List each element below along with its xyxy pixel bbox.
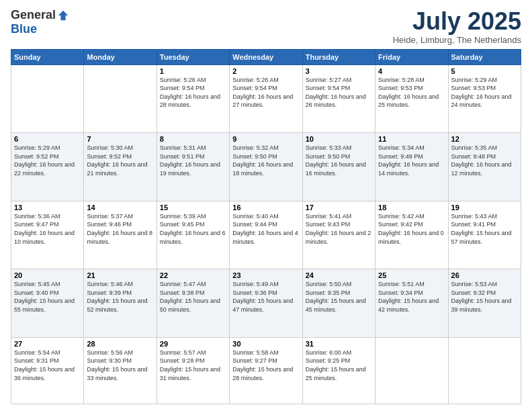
table-row: 30Sunrise: 5:58 AMSunset: 9:27 PMDayligh…: [230, 337, 302, 404]
table-row: 1Sunrise: 5:26 AMSunset: 9:54 PMDaylight…: [157, 64, 229, 133]
day-number: 17: [306, 203, 372, 212]
table-row: 8Sunrise: 5:31 AMSunset: 9:51 PMDaylight…: [157, 133, 229, 201]
day-number: 14: [87, 203, 153, 212]
day-info: Sunrise: 5:45 AMSunset: 9:40 PMDaylight:…: [14, 280, 81, 314]
day-number: 15: [160, 203, 226, 212]
col-sunday: Sunday: [11, 49, 84, 64]
logo-blue-text: Blue: [11, 22, 37, 36]
day-info: Sunrise: 5:47 AMSunset: 9:38 PMDaylight:…: [160, 280, 226, 314]
day-info: Sunrise: 5:43 AMSunset: 9:41 PMDaylight:…: [451, 212, 518, 246]
month-title: July 2025: [393, 8, 521, 35]
table-row: 4Sunrise: 5:28 AMSunset: 9:53 PMDaylight…: [375, 64, 448, 133]
calendar-week-row: 13Sunrise: 5:36 AMSunset: 9:47 PMDayligh…: [11, 201, 521, 269]
day-info: Sunrise: 5:36 AMSunset: 9:47 PMDaylight:…: [14, 212, 81, 246]
day-number: 31: [306, 340, 372, 348]
day-number: 3: [306, 67, 372, 75]
table-row: 31Sunrise: 6:00 AMSunset: 9:25 PMDayligh…: [302, 337, 375, 404]
day-info: Sunrise: 5:30 AMSunset: 9:52 PMDaylight:…: [87, 144, 153, 177]
table-row: 28Sunrise: 5:56 AMSunset: 9:30 PMDayligh…: [84, 337, 157, 404]
day-info: Sunrise: 5:32 AMSunset: 9:50 PMDaylight:…: [232, 144, 299, 177]
table-row: 17Sunrise: 5:41 AMSunset: 9:43 PMDayligh…: [302, 201, 375, 269]
col-friday: Friday: [375, 49, 448, 64]
table-row: 16Sunrise: 5:40 AMSunset: 9:44 PMDayligh…: [230, 201, 302, 269]
day-number: 8: [160, 135, 226, 143]
table-row: 14Sunrise: 5:37 AMSunset: 9:46 PMDayligh…: [84, 201, 157, 269]
page: General Blue July 2025 Heide, Limburg, T…: [0, 0, 532, 411]
day-number: 29: [160, 340, 226, 348]
table-row: [11, 64, 84, 133]
table-row: [375, 337, 448, 404]
calendar-week-row: 1Sunrise: 5:26 AMSunset: 9:54 PMDaylight…: [11, 64, 521, 133]
day-info: Sunrise: 5:29 AMSunset: 9:52 PMDaylight:…: [14, 144, 81, 177]
table-row: 10Sunrise: 5:33 AMSunset: 9:50 PMDayligh…: [302, 133, 375, 201]
col-wednesday: Wednesday: [230, 49, 302, 64]
table-row: [448, 337, 521, 404]
day-info: Sunrise: 5:50 AMSunset: 9:35 PMDaylight:…: [306, 280, 372, 314]
day-number: 1: [160, 67, 226, 75]
table-row: 2Sunrise: 5:26 AMSunset: 9:54 PMDaylight…: [230, 64, 302, 133]
logo-icon: [57, 9, 69, 21]
day-info: Sunrise: 5:33 AMSunset: 9:50 PMDaylight:…: [306, 144, 372, 177]
day-info: Sunrise: 5:46 AMSunset: 9:39 PMDaylight:…: [87, 280, 153, 314]
day-info: Sunrise: 5:40 AMSunset: 9:44 PMDaylight:…: [232, 212, 299, 246]
calendar-week-row: 20Sunrise: 5:45 AMSunset: 9:40 PMDayligh…: [11, 269, 521, 338]
day-number: 2: [232, 67, 299, 75]
day-number: 22: [160, 271, 226, 279]
logo: General Blue: [11, 8, 69, 36]
day-info: Sunrise: 5:31 AMSunset: 9:51 PMDaylight:…: [160, 144, 226, 177]
table-row: 15Sunrise: 5:39 AMSunset: 9:45 PMDayligh…: [157, 201, 229, 269]
day-number: 23: [232, 271, 299, 279]
table-row: 9Sunrise: 5:32 AMSunset: 9:50 PMDaylight…: [230, 133, 302, 201]
col-tuesday: Tuesday: [157, 49, 229, 64]
day-number: 27: [14, 340, 81, 348]
day-info: Sunrise: 5:39 AMSunset: 9:45 PMDaylight:…: [160, 212, 226, 246]
day-info: Sunrise: 5:49 AMSunset: 9:36 PMDaylight:…: [232, 280, 299, 314]
table-row: 22Sunrise: 5:47 AMSunset: 9:38 PMDayligh…: [157, 269, 229, 338]
day-number: 16: [232, 203, 299, 212]
col-monday: Monday: [84, 49, 157, 64]
day-info: Sunrise: 5:42 AMSunset: 9:42 PMDaylight:…: [378, 212, 445, 246]
day-info: Sunrise: 5:41 AMSunset: 9:43 PMDaylight:…: [306, 212, 372, 246]
day-info: Sunrise: 5:56 AMSunset: 9:30 PMDaylight:…: [87, 349, 153, 382]
day-number: 10: [306, 135, 372, 143]
table-row: 13Sunrise: 5:36 AMSunset: 9:47 PMDayligh…: [11, 201, 84, 269]
day-number: 18: [378, 203, 445, 212]
day-info: Sunrise: 5:27 AMSunset: 9:54 PMDaylight:…: [306, 76, 372, 109]
table-row: 7Sunrise: 5:30 AMSunset: 9:52 PMDaylight…: [84, 133, 157, 201]
day-number: 11: [378, 135, 445, 143]
table-row: 20Sunrise: 5:45 AMSunset: 9:40 PMDayligh…: [11, 269, 84, 338]
logo-general-text: General: [11, 8, 56, 22]
day-info: Sunrise: 5:34 AMSunset: 9:49 PMDaylight:…: [378, 144, 445, 177]
table-row: 21Sunrise: 5:46 AMSunset: 9:39 PMDayligh…: [84, 269, 157, 338]
table-row: 6Sunrise: 5:29 AMSunset: 9:52 PMDaylight…: [11, 133, 84, 201]
day-number: 7: [87, 135, 153, 143]
table-row: 3Sunrise: 5:27 AMSunset: 9:54 PMDaylight…: [302, 64, 375, 133]
day-number: 25: [378, 271, 445, 279]
day-info: Sunrise: 5:37 AMSunset: 9:46 PMDaylight:…: [87, 212, 153, 246]
calendar-header-row: Sunday Monday Tuesday Wednesday Thursday…: [11, 49, 521, 64]
day-info: Sunrise: 5:51 AMSunset: 9:34 PMDaylight:…: [378, 280, 445, 314]
table-row: 26Sunrise: 5:53 AMSunset: 9:32 PMDayligh…: [448, 269, 521, 338]
day-info: Sunrise: 5:57 AMSunset: 9:28 PMDaylight:…: [160, 349, 226, 382]
day-number: 5: [451, 67, 518, 75]
day-number: 12: [451, 135, 518, 143]
day-info: Sunrise: 6:00 AMSunset: 9:25 PMDaylight:…: [306, 349, 372, 382]
header-right: July 2025 Heide, Limburg, The Netherland…: [393, 8, 521, 45]
calendar-week-row: 27Sunrise: 5:54 AMSunset: 9:31 PMDayligh…: [11, 337, 521, 404]
day-number: 6: [14, 135, 81, 143]
header: General Blue July 2025 Heide, Limburg, T…: [11, 8, 521, 45]
table-row: 18Sunrise: 5:42 AMSunset: 9:42 PMDayligh…: [375, 201, 448, 269]
table-row: 23Sunrise: 5:49 AMSunset: 9:36 PMDayligh…: [230, 269, 302, 338]
day-info: Sunrise: 5:53 AMSunset: 9:32 PMDaylight:…: [451, 280, 518, 314]
table-row: 5Sunrise: 5:29 AMSunset: 9:53 PMDaylight…: [448, 64, 521, 133]
day-info: Sunrise: 5:29 AMSunset: 9:53 PMDaylight:…: [451, 76, 518, 109]
location: Heide, Limburg, The Netherlands: [393, 35, 521, 45]
day-number: 9: [232, 135, 299, 143]
table-row: 25Sunrise: 5:51 AMSunset: 9:34 PMDayligh…: [375, 269, 448, 338]
day-number: 28: [87, 340, 153, 348]
col-thursday: Thursday: [302, 49, 375, 64]
table-row: 24Sunrise: 5:50 AMSunset: 9:35 PMDayligh…: [302, 269, 375, 338]
table-row: [84, 64, 157, 133]
day-number: 4: [378, 67, 445, 75]
day-number: 30: [232, 340, 299, 348]
